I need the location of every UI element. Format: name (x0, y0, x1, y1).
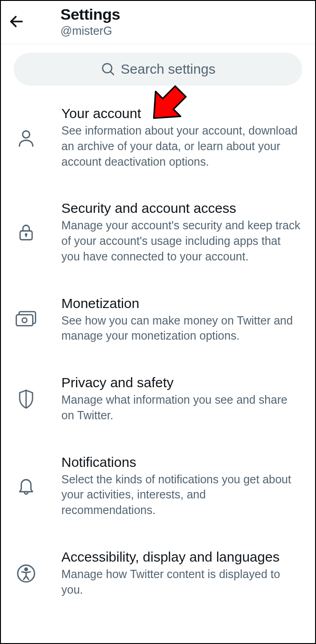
page-title: Settings (60, 5, 120, 23)
svg-line-2 (110, 71, 114, 75)
item-title: Accessibility, display and languages (61, 549, 301, 565)
back-button[interactable] (8, 13, 34, 30)
item-desc: See information about your account, down… (61, 123, 301, 169)
settings-item-your-account[interactable]: Your account See information about your … (1, 90, 315, 185)
item-desc: See how you can make money on Twitter an… (61, 313, 301, 344)
search-container: Search settings (1, 44, 315, 90)
search-placeholder: Search settings (121, 61, 216, 77)
item-desc: Manage how Twitter content is displayed … (61, 567, 301, 598)
header: Settings @misterG (1, 1, 315, 44)
svg-point-12 (25, 568, 27, 571)
item-title: Security and account access (61, 200, 301, 216)
settings-list: Your account See information about your … (1, 90, 315, 613)
cash-icon (15, 310, 37, 329)
item-title: Your account (61, 106, 301, 121)
svg-point-9 (22, 318, 27, 323)
settings-item-monetization[interactable]: Monetization See how you can make money … (1, 280, 315, 360)
item-desc: Manage what information you see and shar… (61, 392, 301, 423)
svg-point-4 (22, 131, 29, 138)
search-icon (101, 62, 115, 76)
lock-icon (16, 223, 36, 242)
item-title: Privacy and safety (61, 375, 301, 390)
item-title: Monetization (61, 296, 301, 311)
search-input[interactable]: Search settings (14, 53, 302, 86)
svg-rect-8 (16, 315, 33, 326)
back-arrow-icon (8, 13, 25, 30)
bell-icon (16, 476, 36, 497)
settings-item-notifications[interactable]: Notifications Select the kinds of notifi… (1, 439, 315, 534)
username-label: @misterG (60, 24, 120, 38)
person-icon (16, 128, 36, 148)
accessibility-icon (16, 563, 36, 584)
settings-item-accessibility[interactable]: Accessibility, display and languages Man… (1, 534, 315, 613)
item-desc: Select the kinds of notifications you ge… (61, 472, 301, 518)
shield-icon (16, 389, 36, 410)
item-desc: Manage your account's security and keep … (61, 218, 301, 264)
settings-item-privacy[interactable]: Privacy and safety Manage what informati… (1, 359, 315, 439)
settings-item-security[interactable]: Security and account access Manage your … (1, 185, 315, 280)
item-title: Notifications (61, 455, 301, 470)
